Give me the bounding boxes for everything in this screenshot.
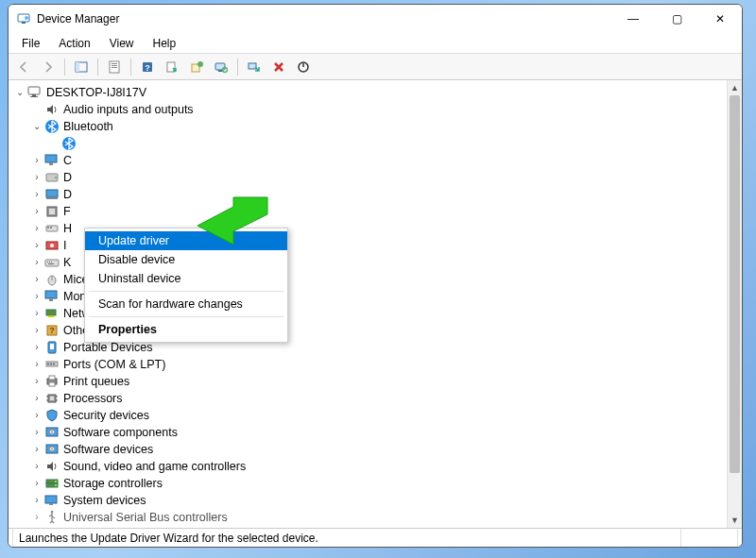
chevron-right-icon[interactable]: › (31, 376, 43, 387)
menu-action[interactable]: Action (49, 35, 99, 52)
tree-category[interactable]: › Audio inputs and outputs (10, 101, 742, 118)
chevron-right-icon[interactable]: › (31, 172, 43, 183)
enable-device-button[interactable] (243, 57, 266, 77)
svg-text:?: ? (145, 62, 150, 72)
ports-icon (44, 357, 60, 372)
tree-category[interactable]: › Storage controllers (10, 475, 742, 492)
show-hide-tree-button[interactable] (70, 57, 93, 77)
tree-device-bluetooth-item[interactable] (10, 135, 742, 152)
ctx-scan-hardware[interactable]: Scan for hardware changes (85, 295, 287, 313)
chevron-right-icon[interactable]: › (31, 427, 43, 438)
svg-rect-47 (48, 315, 54, 317)
svg-point-54 (50, 364, 52, 365)
category-label: I (63, 238, 66, 253)
chevron-right-icon[interactable]: › (31, 393, 43, 404)
category-label: Universal Serial Bus controllers (63, 510, 228, 525)
maximize-button[interactable]: ▢ (655, 5, 698, 33)
software-icon (44, 425, 60, 440)
forward-button[interactable] (37, 57, 60, 77)
scan-hardware-button[interactable] (210, 57, 232, 77)
tree-category[interactable]: › D (10, 169, 742, 186)
tree-category[interactable]: › System devices (10, 492, 742, 509)
svg-rect-33 (47, 227, 49, 228)
tree-category-bluetooth[interactable]: ⌄ Bluetooth (10, 118, 742, 135)
svg-rect-15 (218, 70, 222, 72)
tree-category[interactable]: › D (10, 186, 742, 203)
tree-category[interactable]: › Software devices (10, 441, 742, 458)
tree-category[interactable]: › Processors (10, 390, 742, 407)
svg-rect-24 (45, 155, 57, 162)
svg-point-27 (55, 177, 57, 178)
scroll-up-button[interactable]: ▲ (728, 80, 742, 95)
chevron-right-icon[interactable]: › (31, 478, 43, 489)
svg-rect-75 (45, 496, 57, 503)
tree-category[interactable]: › Security devices (10, 407, 742, 424)
network-icon (44, 306, 60, 321)
chevron-right-icon[interactable]: › (31, 444, 43, 455)
category-label: Sound, video and game controllers (63, 459, 246, 474)
help-button[interactable]: ? (136, 57, 159, 77)
statusbar: Launches the Update Driver Wizard for th… (9, 528, 742, 547)
vertical-scrollbar[interactable]: ▲ ▼ (727, 80, 742, 528)
chevron-right-icon[interactable]: › (31, 240, 43, 251)
menu-file[interactable]: File (12, 35, 49, 52)
svg-rect-7 (112, 65, 117, 66)
uninstall-device-button[interactable] (267, 57, 290, 77)
device-manager-window: Device Manager — ▢ ✕ File Action View He… (8, 4, 743, 548)
svg-point-13 (198, 61, 203, 67)
action-button[interactable] (161, 57, 183, 77)
ctx-update-driver[interactable]: Update driver (85, 231, 287, 250)
back-button[interactable] (12, 57, 35, 77)
chevron-right-icon[interactable]: › (31, 325, 43, 336)
scroll-thumb[interactable] (730, 95, 740, 473)
tree-category[interactable]: › F (10, 203, 742, 220)
sound-icon (44, 459, 60, 474)
tree-root[interactable]: ⌄ DESKTOP-IJ8I17V (10, 84, 742, 101)
chevron-right-icon[interactable]: › (31, 359, 43, 370)
tree-category[interactable]: › C (10, 152, 742, 169)
chevron-right-icon[interactable]: › (31, 155, 43, 166)
category-label: F (63, 204, 71, 219)
update-driver-button[interactable] (185, 57, 208, 77)
properties-button[interactable] (103, 57, 126, 77)
chevron-right-icon[interactable]: › (31, 308, 43, 319)
ctx-separator (89, 291, 284, 292)
svg-point-77 (51, 511, 54, 514)
tree-category[interactable]: › Software components (10, 424, 742, 441)
chevron-right-icon[interactable]: › (31, 274, 43, 285)
ctx-properties[interactable]: Properties (85, 320, 287, 339)
close-button[interactable]: ✕ (698, 5, 742, 33)
security-icon (44, 408, 60, 423)
chevron-right-icon[interactable]: › (31, 206, 43, 217)
ctx-disable-device[interactable]: Disable device (85, 250, 287, 269)
category-label: Audio inputs and outputs (63, 102, 194, 117)
menu-help[interactable]: Help (144, 35, 186, 52)
ctx-uninstall-device[interactable]: Uninstall device (85, 269, 287, 288)
scroll-down-button[interactable]: ▼ (728, 513, 742, 528)
display-adapter-icon (44, 187, 60, 202)
svg-rect-25 (49, 162, 53, 165)
chevron-right-icon[interactable]: › (31, 495, 43, 506)
minimize-button[interactable]: — (611, 5, 655, 33)
chevron-down-icon[interactable]: ⌄ (14, 87, 26, 98)
disable-device-button[interactable] (292, 57, 315, 77)
chevron-right-icon[interactable]: › (31, 342, 43, 353)
category-label: Security devices (63, 408, 149, 423)
svg-rect-17 (249, 63, 256, 69)
tree-category[interactable]: › Print queues (10, 373, 742, 390)
chevron-right-icon[interactable]: › (31, 223, 43, 234)
firmware-icon (44, 204, 60, 219)
chevron-right-icon[interactable]: › (31, 291, 43, 302)
mouse-icon (44, 272, 60, 287)
chevron-down-icon[interactable]: ⌄ (31, 121, 43, 132)
menu-view[interactable]: View (100, 35, 144, 52)
chevron-right-icon[interactable]: › (31, 512, 43, 523)
chevron-right-icon[interactable]: › (31, 189, 43, 200)
svg-point-70 (51, 448, 53, 450)
tree-category[interactable]: › Ports (COM & LPT) (10, 356, 742, 373)
chevron-right-icon[interactable]: › (31, 461, 43, 472)
tree-category[interactable]: › Sound, video and game controllers (10, 458, 742, 475)
chevron-right-icon[interactable]: › (31, 257, 43, 268)
chevron-right-icon[interactable]: › (31, 410, 43, 421)
tree-category[interactable]: › Universal Serial Bus controllers (10, 509, 742, 526)
